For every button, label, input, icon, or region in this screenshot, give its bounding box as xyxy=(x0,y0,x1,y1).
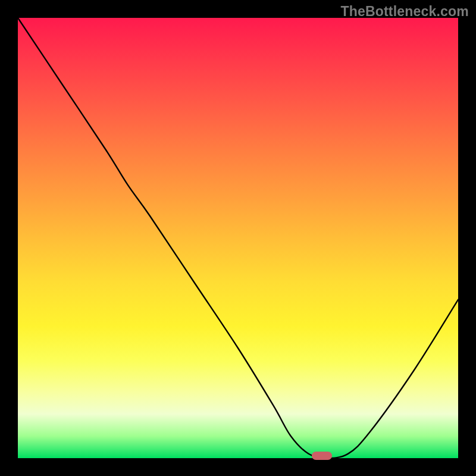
bottleneck-curve xyxy=(18,18,458,458)
plot-area xyxy=(18,18,458,458)
optimal-marker xyxy=(312,452,332,460)
chart-svg xyxy=(18,18,458,458)
chart-frame: TheBottleneck.com xyxy=(0,0,476,476)
watermark-label: TheBottleneck.com xyxy=(340,4,469,20)
